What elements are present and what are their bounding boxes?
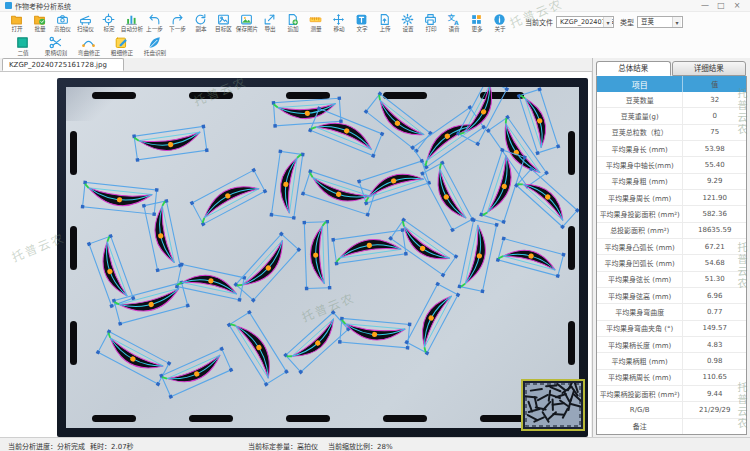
current-file-select[interactable]: KZGP_20240725161728.jpg ▾ bbox=[556, 16, 614, 28]
mini-pod bbox=[556, 394, 566, 397]
results-tab-overall[interactable]: 总体结果 bbox=[596, 61, 671, 76]
table-row[interactable]: 平均果身投影面积 (mm²)582.36 bbox=[597, 206, 746, 222]
results-tab-detail[interactable]: 详细结果 bbox=[672, 61, 747, 76]
toolbar-save-image[interactable]: 保存图片 bbox=[235, 13, 258, 34]
toolbar-label: 下一步 bbox=[169, 26, 186, 32]
pod-object[interactable] bbox=[338, 317, 411, 350]
pod-object[interactable] bbox=[159, 347, 233, 399]
table-row[interactable]: 平均果身弦长 (mm)51.30 bbox=[597, 272, 746, 288]
table-row[interactable]: 豆荚数量32 bbox=[597, 92, 746, 108]
box-handle bbox=[404, 252, 408, 256]
toolbar-binary[interactable]: 二值 bbox=[6, 35, 39, 58]
toolbar-stem-cut[interactable]: 果柄切割 bbox=[39, 35, 72, 58]
toolbar-bend-fix[interactable]: 弯曲修正 bbox=[72, 35, 105, 58]
image-frame-icon bbox=[217, 13, 230, 26]
box-handle bbox=[371, 153, 375, 157]
table-row[interactable]: 平均果柄周长 (mm)110.65 bbox=[597, 370, 746, 386]
chevron-down-icon: ▾ bbox=[603, 17, 612, 27]
table-row[interactable]: 平均果身凹弧长 (mm)54.68 bbox=[597, 255, 746, 271]
toolbar-target-area[interactable]: 目标区 bbox=[212, 13, 235, 34]
pod-object[interactable] bbox=[233, 232, 301, 303]
table-row[interactable]: 平均果身弯曲度0.77 bbox=[597, 304, 746, 320]
toolbar-move[interactable]: 移动 bbox=[327, 13, 350, 34]
minimize-button[interactable]: — bbox=[697, 0, 713, 11]
fiducial-mark bbox=[568, 131, 575, 175]
toolbar-measure[interactable]: 测量 bbox=[304, 13, 327, 34]
table-row[interactable]: 平均果身粗 (mm)9.29 bbox=[597, 174, 746, 190]
pod-object[interactable] bbox=[227, 310, 289, 387]
toolbar-upload[interactable]: 上传 bbox=[373, 13, 396, 34]
image-viewer[interactable] bbox=[0, 72, 591, 437]
toolbar-scanner[interactable]: 扫描仪 bbox=[74, 13, 97, 34]
toolbar-open[interactable]: 打开 bbox=[5, 13, 28, 34]
row-item-value: 0.98 bbox=[683, 353, 746, 368]
toolbar-redo[interactable]: 下一步 bbox=[166, 13, 189, 34]
table-row[interactable]: 总投影面积 (mm²)18635.59 bbox=[597, 223, 746, 239]
pod-object[interactable] bbox=[81, 181, 159, 217]
toolbar-doc-camera[interactable]: 高拍仪 bbox=[51, 13, 74, 34]
table-row[interactable]: 豆荚重量(g)0 bbox=[597, 108, 746, 124]
table-row[interactable]: R/G/B21/29/29 bbox=[597, 402, 746, 418]
toolbar-batch[interactable]: 批量 bbox=[28, 13, 51, 34]
maximize-button[interactable]: □ bbox=[713, 0, 729, 11]
pod-object[interactable] bbox=[357, 159, 431, 206]
pod-object[interactable] bbox=[190, 168, 268, 227]
pod-object[interactable] bbox=[303, 220, 332, 290]
pod-object[interactable] bbox=[404, 282, 460, 356]
box-handle bbox=[186, 304, 190, 308]
type-select[interactable]: 豆荚 ▾ bbox=[637, 16, 683, 28]
pod-object[interactable] bbox=[96, 329, 172, 386]
pod-object[interactable] bbox=[517, 87, 560, 155]
table-row[interactable]: 平均果身周长 (mm)121.90 bbox=[597, 190, 746, 206]
table-row[interactable]: 平均果身弯曲夹角 (°)149.57 bbox=[597, 321, 746, 337]
box-handle bbox=[292, 216, 296, 220]
toolbar-language[interactable]: 文A语音 bbox=[442, 13, 465, 34]
toolbar-undo[interactable]: 上一步 bbox=[143, 13, 166, 34]
table-row[interactable]: 平均果柄粗 (mm)0.98 bbox=[597, 353, 746, 369]
crosshair-icon bbox=[102, 13, 115, 26]
row-item-value: 110.65 bbox=[683, 370, 746, 385]
file-tab[interactable]: KZGP_20240725161728.jpg bbox=[2, 58, 124, 71]
toolbar-thickness-fix[interactable]: 粗细修正 bbox=[105, 35, 138, 58]
navigator-thumbnail[interactable] bbox=[521, 379, 585, 431]
toolbar-duplicate[interactable]: 副本 bbox=[189, 13, 212, 34]
table-row[interactable]: 豆荚总粒数（粒）75 bbox=[597, 125, 746, 141]
toolbar-tray-detect[interactable]: 托盘识别 bbox=[138, 35, 171, 58]
toolbar-print[interactable]: 打印 bbox=[419, 13, 442, 34]
pod-object[interactable] bbox=[142, 199, 182, 272]
toolbar-more[interactable]: 更多 bbox=[465, 13, 488, 34]
toolbar-label: 弯曲修正 bbox=[77, 50, 99, 56]
table-row[interactable]: 平均果身长 (mm)53.98 bbox=[597, 141, 746, 157]
toolbar-text[interactable]: 文字 bbox=[350, 13, 373, 34]
close-button[interactable]: × bbox=[729, 0, 745, 11]
toolbar-about[interactable]: 关于 bbox=[488, 13, 511, 34]
table-row[interactable]: 平均果身弦高 (mm)6.96 bbox=[597, 288, 746, 304]
toolbar-auto-analysis[interactable]: 自动分析 bbox=[120, 13, 143, 34]
analysis-annotations[interactable] bbox=[66, 87, 579, 428]
box-handle bbox=[156, 268, 160, 272]
stem-mark bbox=[287, 354, 292, 359]
secondary-toolbar-items: 二值果柄切割弯曲修正粗细修正托盘识别 bbox=[6, 35, 171, 58]
table-row[interactable]: 平均果身中轴长(mm)55.40 bbox=[597, 157, 746, 173]
toolbar-settings[interactable]: 设置 bbox=[396, 13, 419, 34]
pod-object[interactable] bbox=[270, 149, 305, 219]
toolbar-calibration[interactable]: 标定 bbox=[97, 13, 120, 34]
toolbar-label: 果柄切割 bbox=[44, 50, 66, 56]
toolbar-append[interactable]: 追加 bbox=[281, 13, 304, 34]
pod-object[interactable] bbox=[496, 236, 566, 278]
table-row[interactable]: 备注 bbox=[597, 419, 746, 434]
table-row[interactable]: 平均果柄投影面积 (mm²)9.44 bbox=[597, 386, 746, 402]
pod-object[interactable] bbox=[458, 218, 499, 293]
row-item-value: 149.57 bbox=[683, 321, 746, 336]
pod-object[interactable] bbox=[514, 167, 579, 230]
pod-object[interactable] bbox=[132, 125, 208, 162]
table-row[interactable]: 平均果身凸弧长 (mm)67.21 bbox=[597, 239, 746, 255]
toolbar-export[interactable]: 导出 bbox=[258, 13, 281, 34]
pod-object[interactable] bbox=[420, 161, 475, 233]
pod-object[interactable] bbox=[301, 169, 377, 217]
scanner-icon bbox=[79, 13, 92, 26]
pod-object[interactable] bbox=[364, 91, 433, 153]
table-row[interactable]: 平均果柄长度 (mm)4.83 bbox=[597, 337, 746, 353]
row-item-label: 平均果身粗 (mm) bbox=[597, 174, 683, 189]
pod-object[interactable] bbox=[331, 228, 407, 265]
